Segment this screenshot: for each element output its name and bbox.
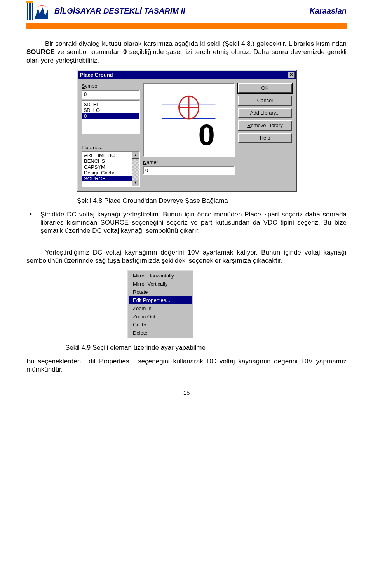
remove-library-button[interactable]: Remove Library <box>238 120 292 131</box>
place-ground-dialog: Place Ground ✕ Symbol: 0 $D_HI$D_LO0 Lib… <box>77 70 297 192</box>
scrollbar[interactable]: ▲ ▼ <box>132 152 139 186</box>
dialog-title: Place Ground <box>80 72 113 78</box>
bullet-icon: • <box>26 210 40 235</box>
name-input[interactable]: 0 <box>143 166 235 175</box>
svg-rect-1 <box>28 3 29 20</box>
header-divider <box>26 23 347 29</box>
list-item[interactable]: $D_HI <box>82 101 139 107</box>
bullet-text: Şimdide DC voltaj kaynağı yerleştirelim.… <box>40 210 347 235</box>
ok-button[interactable]: OK <box>238 83 292 93</box>
list-item[interactable]: CAPSYM <box>82 164 132 170</box>
scroll-down-icon[interactable]: ▼ <box>132 180 139 186</box>
figure-caption-4-9: Şekil 4.9 Seçili eleman üzerinde ayar ya… <box>65 344 347 352</box>
list-item[interactable]: 0 <box>82 113 139 119</box>
menu-item[interactable]: Edit Properties... <box>129 296 192 304</box>
add-library-button[interactable]: Add Library... <box>238 108 292 118</box>
menu-item[interactable]: Mirror Vertically <box>129 280 192 288</box>
menu-item[interactable]: Zoom Out <box>129 312 192 321</box>
paragraph-intro: Bir sonraki diyalog kutusu olarak karşım… <box>26 40 347 65</box>
svg-text:0: 0 <box>198 118 214 151</box>
course-title: BİLGİSAYAR DESTEKLİ TASARIM II <box>54 7 309 16</box>
menu-item[interactable]: Zoom In <box>129 304 192 312</box>
paragraph-voltage: Yerleştirdiğimiz DC voltaj kaynağının de… <box>26 248 347 265</box>
symbol-label: Symbol: <box>82 83 140 89</box>
list-item[interactable]: BENCHS <box>82 158 132 164</box>
name-label: Name: <box>143 159 235 165</box>
context-menu: Mirror HorizontallyMirror VerticallyRota… <box>127 270 193 338</box>
libraries-label: Libraries: <box>82 145 140 150</box>
page-header: BİLGİSAYAR DESTEKLİ TASARIM II Karaaslan <box>26 0 347 22</box>
page-number: 15 <box>26 389 347 396</box>
list-item[interactable]: ARITHMETIC <box>82 152 132 158</box>
symbol-preview: 0 <box>143 83 235 157</box>
dialog-titlebar: Place Ground ✕ <box>78 71 296 79</box>
bullet-item: • Şimdide DC voltaj kaynağı yerleştireli… <box>26 210 347 235</box>
figure-caption-4-8: Şekil 4.8 Place Ground'dan Devreye Şase … <box>77 197 347 205</box>
author-name: Karaaslan <box>309 7 347 16</box>
svg-rect-4 <box>26 1 33 3</box>
scroll-up-icon[interactable]: ▲ <box>132 152 139 159</box>
menu-item[interactable]: Rotate <box>129 288 192 296</box>
menu-item[interactable]: Delete <box>129 329 192 337</box>
symbol-listbox[interactable]: $D_HI$D_LO0 <box>82 100 140 134</box>
close-icon[interactable]: ✕ <box>288 72 295 78</box>
paragraph-edit-properties: Bu seçeneklerden Edit Properties... seçe… <box>26 357 347 374</box>
menu-item[interactable]: Mirror Horizontally <box>129 272 192 280</box>
university-logo <box>26 0 50 21</box>
menu-item[interactable]: Go To... <box>129 321 192 329</box>
symbol-input[interactable]: 0 <box>82 90 140 99</box>
help-button[interactable]: Help <box>238 133 292 143</box>
libraries-listbox[interactable]: ARITHMETICBENCHSCAPSYMDesign CacheSOURCE… <box>82 151 140 187</box>
list-item[interactable]: Design Cache <box>82 170 132 176</box>
list-item[interactable]: SOURCE <box>82 176 132 181</box>
svg-rect-2 <box>30 3 30 20</box>
svg-rect-3 <box>31 3 32 20</box>
list-item[interactable]: $D_LO <box>82 107 139 113</box>
cancel-button[interactable]: Cancel <box>238 96 292 106</box>
